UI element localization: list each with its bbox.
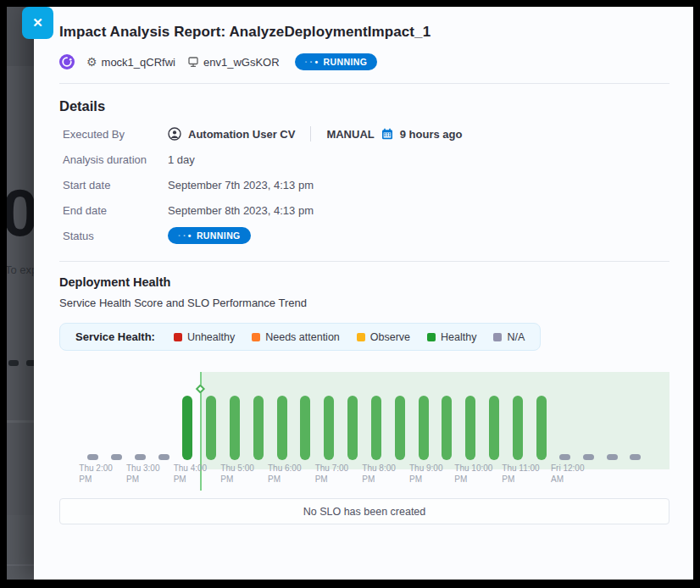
x-axis-tick-label: Fri 12:00 AM	[551, 463, 584, 485]
health-bar[interactable]	[607, 454, 618, 460]
header-divider	[59, 83, 669, 84]
dimmed-page-backdrop: 0 To exp ✕ Impact Analysis Report: Analy…	[7, 7, 693, 580]
running-dot: ·	[309, 57, 313, 67]
bar-slot	[247, 359, 270, 460]
detail-row-end-date: End date September 8th 2023, 4:13 pm	[63, 197, 669, 223]
page-title: Impact Analysis Report: AnalyzeDeploymen…	[59, 24, 669, 41]
legend-swatch-icon	[252, 333, 260, 341]
legend-items: UnhealthyNeeds attentionObserveHealthyN/…	[174, 331, 525, 343]
x-axis-tick-label: Thu 10:00 PM	[454, 463, 492, 485]
deployment-health-heading: Deployment Health	[59, 275, 669, 289]
x-axis-tick-label: Thu 3:00 PM	[126, 463, 159, 485]
health-bar[interactable]	[513, 396, 523, 460]
vertical-separator	[310, 126, 311, 141]
bar-slot	[576, 359, 600, 460]
environment-name: env1_wGsKOR	[203, 56, 280, 69]
legend-label: Healthy	[441, 331, 476, 343]
health-bar[interactable]	[630, 454, 641, 460]
impact-analysis-report-modal: Impact Analysis Report: AnalyzeDeploymen…	[34, 7, 693, 580]
backdrop-partial-text: To exp	[7, 263, 37, 276]
detail-label: Executed By	[63, 128, 168, 141]
environment-chip: env1_wGsKOR	[187, 56, 280, 69]
legend-title: Service Health:	[75, 330, 155, 343]
legend-item: Needs attention	[252, 331, 340, 343]
legend-item: Unhealthy	[174, 331, 235, 343]
gear-icon: ⚙	[86, 56, 97, 68]
legend-swatch-icon	[493, 333, 502, 341]
x-axis-tick-label: Thu 7:00 PM	[315, 463, 348, 485]
end-date-value: September 8th 2023, 4:13 pm	[168, 204, 314, 217]
executed-time-ago: 9 hours ago	[400, 128, 463, 141]
running-status-label: RUNNING	[197, 230, 241, 241]
monitored-service-icon	[59, 54, 75, 69]
legend-swatch-icon	[174, 333, 182, 341]
legend-swatch-icon	[357, 333, 365, 341]
x-axis-tick-label: Thu 6:00 PM	[268, 463, 301, 485]
health-bar[interactable]	[111, 454, 122, 460]
legend-label: Observe	[370, 331, 410, 343]
backdrop-bar-stub	[8, 360, 19, 366]
details-heading: Details	[59, 98, 669, 114]
legend-item: N/A	[493, 331, 525, 343]
health-bar[interactable]	[347, 396, 358, 460]
health-bar[interactable]	[253, 396, 264, 460]
bar-slot	[506, 359, 530, 460]
running-dot: •	[188, 230, 192, 241]
deployment-health-subheading: Service Health Score and SLO Performance…	[59, 297, 669, 309]
legend-label: Needs attention	[265, 331, 340, 343]
legend-item: Observe	[357, 331, 410, 343]
health-bar[interactable]	[300, 396, 310, 460]
bar-slot	[482, 359, 506, 460]
bar-slot	[435, 359, 458, 460]
health-bar[interactable]	[442, 396, 452, 460]
detail-label: Status	[63, 230, 168, 242]
x-axis-ticks: Thu 2:00 PMThu 3:00 PMThu 4:00 PMThu 5:0…	[81, 463, 647, 491]
health-bar[interactable]	[230, 396, 240, 460]
x-axis-tick-label: Thu 4:00 PM	[174, 463, 207, 485]
health-bar[interactable]	[182, 396, 192, 460]
bar-slot	[600, 359, 624, 460]
running-dot: ·	[178, 230, 181, 241]
health-bar[interactable]	[559, 454, 570, 460]
health-bar[interactable]	[465, 396, 475, 460]
service-health-legend: Service Health: UnhealthyNeeds attention…	[59, 323, 541, 351]
health-bar[interactable]	[489, 396, 499, 460]
detail-label: Start date	[63, 179, 168, 191]
bar-slot	[388, 359, 412, 460]
slo-empty-state: No SLO has been created	[59, 498, 669, 524]
health-bar[interactable]	[536, 396, 547, 460]
running-dot: ·	[305, 57, 308, 67]
legend-swatch-icon	[427, 333, 436, 341]
calendar-icon	[381, 128, 393, 140]
x-axis-tick-label: Thu 9:00 PM	[409, 463, 442, 485]
health-bar[interactable]	[87, 454, 98, 460]
health-bar[interactable]	[419, 396, 429, 460]
health-bar[interactable]	[324, 396, 334, 460]
start-date-value: September 7th 2023, 4:13 pm	[168, 179, 314, 191]
running-status-label: RUNNING	[323, 57, 367, 67]
slo-empty-message: No SLO has been created	[303, 506, 426, 518]
detail-row-start-date: Start date September 7th 2023, 4:13 pm	[63, 172, 669, 197]
bar-slot	[81, 359, 105, 460]
user-avatar-icon	[168, 127, 181, 141]
health-bar[interactable]	[206, 396, 216, 460]
bar-slot	[553, 359, 577, 460]
health-bar[interactable]	[371, 396, 381, 460]
running-dot: ·	[183, 230, 186, 241]
bar-slot	[223, 359, 247, 460]
bar-slot	[341, 359, 364, 460]
detail-row-duration: Analysis duration 1 day	[63, 147, 669, 172]
health-bar[interactable]	[583, 454, 594, 460]
close-icon[interactable]: ✕	[22, 7, 53, 39]
health-bar[interactable]	[395, 396, 405, 460]
health-bar[interactable]	[158, 454, 169, 460]
health-bar[interactable]	[277, 396, 287, 460]
environment-icon	[187, 56, 199, 68]
bar-slot	[199, 359, 223, 460]
report-context-row: ⚙ mock1_qCRfwi env1_wGsKOR · · • RUNNING	[59, 53, 669, 70]
analysis-duration-value: 1 day	[168, 153, 195, 166]
bar-slot	[412, 359, 436, 460]
legend-label: N/A	[507, 331, 525, 343]
health-bar[interactable]	[135, 454, 146, 460]
running-status-badge: · · • RUNNING	[168, 227, 251, 244]
